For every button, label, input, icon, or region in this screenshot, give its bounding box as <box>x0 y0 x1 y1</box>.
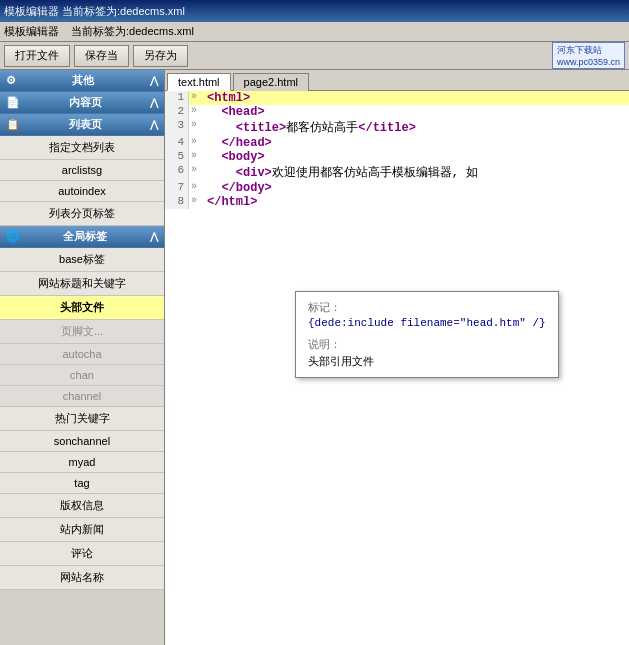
line-arrow-6: » <box>189 164 203 181</box>
tooltip-desc-label: 说明： <box>308 337 546 352</box>
sidebar-label-content: 内容页 <box>69 95 102 110</box>
code-line-8: 8 » </html> <box>165 195 629 209</box>
tooltip-desc: 头部引用文件 <box>308 354 546 369</box>
tooltip-popup: 标记： {dede:include filename="head.htm" /}… <box>295 291 559 378</box>
tooltip-label: 标记： <box>308 300 546 315</box>
tooltip-value: {dede:include filename="head.htm" /} <box>308 317 546 329</box>
line-num-2: 2 <box>165 105 189 119</box>
sidebar-item-arclistsg[interactable]: arclistsg <box>0 160 164 181</box>
sidebar-arrow-other: ⋀ <box>150 75 158 86</box>
main-layout: ⚙ 其他 ⋀ 📄 内容页 ⋀ 📋 列表页 ⋀ 指定文档列表 arclistsg … <box>0 70 629 645</box>
code-line-3: 3 » <title>都客仿站高手</title> <box>165 119 629 136</box>
sidebar-item-autocha[interactable]: autocha <box>0 344 164 365</box>
menu-item-template[interactable]: 模板编辑器 <box>4 24 59 39</box>
sidebar-header-list[interactable]: 📋 列表页 ⋀ <box>0 114 164 136</box>
code-line-2: 2 » <head> <box>165 105 629 119</box>
sidebar-item-sonchannel[interactable]: sonchannel <box>0 431 164 452</box>
line-num-4: 4 <box>165 136 189 150</box>
save-as-button[interactable]: 另存为 <box>133 45 188 67</box>
line-content-4: </head> <box>203 136 629 150</box>
sidebar-item-copyright[interactable]: 版权信息 <box>0 494 164 518</box>
line-arrow-3: » <box>189 119 203 136</box>
title-bar-text: 模板编辑器 当前标签为:dedecms.xml <box>4 4 625 19</box>
sidebar-group-list: 📋 列表页 ⋀ 指定文档列表 arclistsg autoindex 列表分页标… <box>0 114 164 226</box>
sidebar-item-footer[interactable]: 页脚文... <box>0 320 164 344</box>
sidebar-item-pagination[interactable]: 列表分页标签 <box>0 202 164 226</box>
sidebar-item-header[interactable]: 头部文件 <box>0 296 164 320</box>
line-content-8: </html> <box>203 195 629 209</box>
sidebar-item-hotkeys[interactable]: 热门关键字 <box>0 407 164 431</box>
sidebar-label-other: 其他 <box>72 73 94 88</box>
sidebar-icon-content: 📄 <box>6 96 20 109</box>
sidebar-item-channel[interactable]: channel <box>0 386 164 407</box>
open-file-button[interactable]: 打开文件 <box>4 45 70 67</box>
line-arrow-1: » <box>189 91 203 105</box>
sidebar-group-other: ⚙ 其他 ⋀ <box>0 70 164 92</box>
title-bar: 模板编辑器 当前标签为:dedecms.xml <box>0 0 629 22</box>
line-arrow-8: » <box>189 195 203 209</box>
sidebar-group-global: 🌐 全局标签 ⋀ base标签 网站标题和关键字 头部文件 页脚文... aut… <box>0 226 164 590</box>
sidebar: ⚙ 其他 ⋀ 📄 内容页 ⋀ 📋 列表页 ⋀ 指定文档列表 arclistsg … <box>0 70 165 645</box>
sidebar-item-autoindex[interactable]: autoindex <box>0 181 164 202</box>
sidebar-item-base[interactable]: base标签 <box>0 248 164 272</box>
line-num-5: 5 <box>165 150 189 164</box>
line-num-7: 7 <box>165 181 189 195</box>
sidebar-group-content: 📄 内容页 ⋀ <box>0 92 164 114</box>
sidebar-arrow-list: ⋀ <box>150 119 158 130</box>
line-arrow-4: » <box>189 136 203 150</box>
code-editor[interactable]: 1 » <html> 2 » <head> 3 » <title>都客仿站高手<… <box>165 91 629 645</box>
sidebar-item-comment[interactable]: 评论 <box>0 542 164 566</box>
line-content-2: <head> <box>203 105 629 119</box>
line-content-1: <html> <box>203 91 629 105</box>
line-content-7: </body> <box>203 181 629 195</box>
tab-text-html[interactable]: text.html <box>167 73 231 91</box>
code-line-1: 1 » <html> <box>165 91 629 105</box>
code-line-7: 7 » </body> <box>165 181 629 195</box>
line-arrow-5: » <box>189 150 203 164</box>
sidebar-item-sitekeyword[interactable]: 网站标题和关键字 <box>0 272 164 296</box>
save-file-button[interactable]: 保存当 <box>74 45 129 67</box>
tab-bar: text.html page2.html <box>165 70 629 91</box>
code-lines: 1 » <html> 2 » <head> 3 » <title>都客仿站高手<… <box>165 91 629 209</box>
line-num-3: 3 <box>165 119 189 136</box>
code-line-6: 6 » <div>欢迎使用都客仿站高手模板编辑器, 如 <box>165 164 629 181</box>
line-arrow-7: » <box>189 181 203 195</box>
line-num-1: 1 <box>165 91 189 105</box>
sidebar-item-chan[interactable]: chan <box>0 365 164 386</box>
sidebar-arrow-content: ⋀ <box>150 97 158 108</box>
toolbar: 打开文件 保存当 另存为 河东下载站www.pc0359.cn <box>0 42 629 70</box>
line-num-8: 8 <box>165 195 189 209</box>
watermark: 河东下载站www.pc0359.cn <box>552 42 625 69</box>
line-content-5: <body> <box>203 150 629 164</box>
line-content-6: <div>欢迎使用都客仿站高手模板编辑器, 如 <box>203 164 629 181</box>
sidebar-arrow-global: ⋀ <box>150 231 158 242</box>
sidebar-item-tag[interactable]: tag <box>0 473 164 494</box>
sidebar-header-other[interactable]: ⚙ 其他 ⋀ <box>0 70 164 92</box>
line-content-3: <title>都客仿站高手</title> <box>203 119 629 136</box>
sidebar-item-doclist[interactable]: 指定文档列表 <box>0 136 164 160</box>
sidebar-item-myad[interactable]: myad <box>0 452 164 473</box>
line-num-6: 6 <box>165 164 189 181</box>
sidebar-header-global[interactable]: 🌐 全局标签 ⋀ <box>0 226 164 248</box>
sidebar-icon-other: ⚙ <box>6 74 16 87</box>
sidebar-item-sitenews[interactable]: 站内新闻 <box>0 518 164 542</box>
menu-bar: 模板编辑器 当前标签为:dedecms.xml <box>0 22 629 42</box>
code-line-4: 4 » </head> <box>165 136 629 150</box>
sidebar-item-sitename[interactable]: 网站名称 <box>0 566 164 590</box>
tab-page2-html[interactable]: page2.html <box>233 73 309 91</box>
code-line-5: 5 » <body> <box>165 150 629 164</box>
sidebar-icon-list: 📋 <box>6 118 20 131</box>
sidebar-label-list: 列表页 <box>69 117 102 132</box>
sidebar-header-content[interactable]: 📄 内容页 ⋀ <box>0 92 164 114</box>
sidebar-icon-global: 🌐 <box>6 230 20 243</box>
line-arrow-2: » <box>189 105 203 119</box>
content-area: text.html page2.html 1 » <html> 2 » <hea… <box>165 70 629 645</box>
sidebar-label-global: 全局标签 <box>63 229 107 244</box>
menu-status: 当前标签为:dedecms.xml <box>71 24 194 39</box>
